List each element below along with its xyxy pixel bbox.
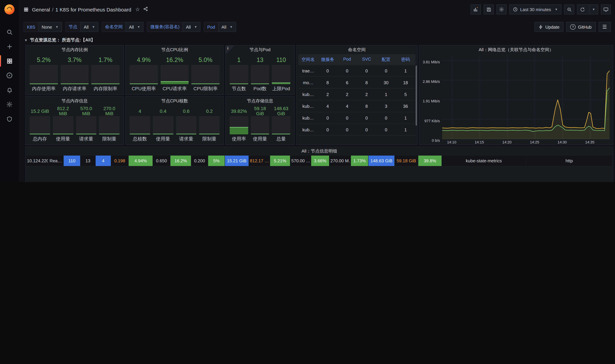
- add-panel-icon[interactable]: [471, 4, 481, 14]
- panel-title[interactable]: 命名空间: [296, 45, 417, 54]
- filter-value-dropdown[interactable]: All▼: [126, 22, 144, 32]
- filter-value-dropdown[interactable]: All▼: [218, 22, 236, 32]
- save-dashboard-icon[interactable]: [484, 4, 494, 14]
- stat: 13Pod数: [251, 55, 269, 92]
- alerting-bell-icon[interactable]: [0, 86, 19, 94]
- stat-gauge: [53, 116, 73, 134]
- filter-label[interactable]: 节点: [65, 22, 80, 32]
- star-icon[interactable]: ☆: [135, 6, 140, 13]
- configuration-gear-icon[interactable]: [0, 101, 19, 108]
- panel-title[interactable]: 节点CPU核数: [126, 97, 224, 105]
- stat-gauge: [251, 65, 269, 84]
- refresh-icon[interactable]: [577, 5, 588, 14]
- zoom-out-icon[interactable]: [564, 4, 574, 14]
- panel-title[interactable]: 节点内存信息: [26, 97, 124, 105]
- stat: 3.7%内存请求率: [60, 55, 89, 92]
- stat-value: 15.2 GiB: [31, 106, 49, 116]
- panel-grid: 节点内存比例 5.2%内存使用率3.7%内存请求率1.7%内存限制率 节点CPU…: [25, 45, 613, 182]
- ns-column-header[interactable]: 密码: [396, 54, 415, 65]
- github-button[interactable]: ? GitHub: [566, 22, 596, 32]
- cycle-view-tv-icon[interactable]: [601, 4, 611, 14]
- filter-value-dropdown[interactable]: All▼: [183, 22, 201, 32]
- stat: 16.2%CPU请求率: [160, 55, 189, 92]
- refresh-interval-chevron-icon[interactable]: ▼: [589, 5, 598, 14]
- hamburger-icon: ☰: [602, 24, 607, 30]
- filter-value-dropdown[interactable]: All▼: [80, 22, 98, 32]
- node-cell: 0.198: [111, 156, 129, 166]
- node-cell: 812.17 …: [249, 156, 270, 166]
- panel-title[interactable]: 节点存储信息: [226, 97, 294, 105]
- filter-label[interactable]: 微服务(容器名): [147, 22, 183, 32]
- panel-title[interactable]: 节点与Pod: [226, 45, 294, 54]
- stat-label: 内存请求率: [63, 86, 86, 92]
- row-header[interactable]: ▼ 节点资源总览： 所选节点:【All】: [19, 35, 615, 45]
- filter-label[interactable]: 命名空间: [102, 22, 126, 32]
- filter-label[interactable]: K8S: [24, 22, 38, 32]
- dashboard-settings-gear-icon[interactable]: [497, 4, 507, 14]
- ns-column-header[interactable]: 微服务: [318, 54, 338, 65]
- ns-column-header[interactable]: 空间名: [298, 54, 318, 65]
- node-cell: 0.200: [191, 156, 208, 166]
- filter-value-dropdown[interactable]: None▼: [38, 22, 62, 32]
- variable-filters: K8SNone▼节点All▼命名空间All▼微服务(容器名)All▼PodAll…: [24, 22, 535, 32]
- row-header-label: 节点资源总览： 所选节点:【All】: [30, 37, 95, 43]
- dashboard-grid-icon[interactable]: [24, 7, 29, 12]
- ns-column-header[interactable]: Pod: [337, 54, 357, 65]
- sidebar: ?: [0, 0, 19, 182]
- stat-gauge: [272, 65, 290, 84]
- ns-cell: 0: [337, 65, 357, 77]
- stat-gauge: [99, 116, 120, 134]
- panel-title[interactable]: 节点内存比例: [26, 45, 124, 54]
- dashboard-submenu: K8SNone▼节点All▼命名空间All▼微服务(容器名)All▼PodAll…: [19, 19, 615, 35]
- create-icon[interactable]: [0, 43, 19, 50]
- share-icon[interactable]: [143, 6, 148, 13]
- stat-value: 5.0%: [198, 55, 212, 65]
- stat: 0.4使用量: [153, 106, 173, 142]
- panel-cpu-ratio: 节点CPU比例 4.9%CPU使用率16.2%CPU请求率5.0%CPU限制率: [125, 45, 224, 95]
- panel-info-icon[interactable]: i: [226, 45, 235, 54]
- stat-value: 4.9%: [137, 55, 151, 65]
- search-icon[interactable]: [0, 28, 19, 36]
- ns-cell: 0: [357, 112, 376, 124]
- stat: 5.2%内存使用率: [30, 55, 58, 92]
- panel-network-overview: All：网络总览（关联节点与命名空间） 3.81 Mib/s2.86 Mib/s…: [419, 45, 613, 145]
- ns-cell: 2: [318, 89, 338, 100]
- ns-column-header[interactable]: SVC: [357, 54, 376, 65]
- breadcrumb[interactable]: General/1 K8S for Prometheus Dashboard: [32, 7, 131, 12]
- stat-label: CPU使用率: [132, 86, 156, 92]
- update-button[interactable]: Update: [535, 22, 563, 32]
- stat-value: 1: [237, 55, 241, 65]
- ns-cell: 18: [396, 77, 415, 88]
- ns-cell: 4: [337, 100, 357, 112]
- panel-title[interactable]: All：节点信息明细: [26, 147, 613, 156]
- explore-compass-icon[interactable]: [0, 72, 19, 79]
- panel-title[interactable]: 节点CPU比例: [126, 45, 224, 54]
- grafana-logo[interactable]: [0, 0, 19, 19]
- chevron-down-icon: ▼: [55, 25, 58, 29]
- admin-shield-icon[interactable]: [0, 115, 19, 123]
- stat-label: 使用量: [156, 136, 170, 142]
- vertical-scrollbar[interactable]: [416, 66, 417, 126]
- stat: 0.2限制量: [199, 106, 220, 142]
- ns-cell: 0: [376, 124, 396, 135]
- kiosk-menu-button[interactable]: ☰: [598, 22, 611, 32]
- ns-cell: 0: [357, 124, 376, 135]
- stat-label: 请求量: [179, 136, 193, 142]
- ns-table-row: kub…22215: [298, 89, 415, 100]
- stat: 270.0 MiB限制量: [99, 106, 120, 142]
- filter-label[interactable]: Pod: [204, 22, 218, 32]
- panel-title[interactable]: All：网络总览（关联节点与命名空间）: [419, 45, 613, 54]
- stat-gauge: [199, 116, 220, 134]
- breadcrumb-section[interactable]: General: [32, 7, 50, 12]
- stat-gauge: [153, 116, 173, 134]
- chart-plot-area: [442, 56, 610, 139]
- dashboards-icon[interactable]: [0, 57, 19, 65]
- node-cell: http: [526, 156, 613, 166]
- refresh-button[interactable]: ▼: [577, 4, 598, 14]
- time-range-picker[interactable]: Last 30 minutes ▼: [510, 4, 562, 14]
- ns-cell: 0: [318, 65, 338, 77]
- ns-table-row: mo…8683018: [298, 77, 415, 89]
- node-cell: 13: [80, 156, 96, 166]
- ns-column-header[interactable]: 配置: [376, 54, 396, 65]
- ns-table-row: kub…00001: [298, 124, 415, 136]
